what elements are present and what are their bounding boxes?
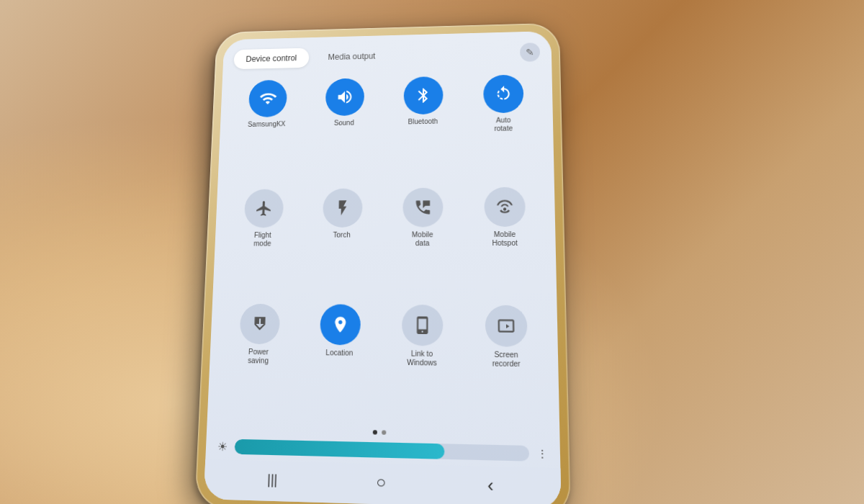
- tile-wifi[interactable]: SamsungKX: [228, 79, 303, 184]
- wifi-label: SamsungKX: [248, 120, 286, 129]
- bluetooth-label: Bluetooth: [408, 117, 438, 126]
- tile-power-saving[interactable]: Power saving: [219, 303, 297, 418]
- auto-rotate-icon: [483, 75, 523, 114]
- quick-settings-panel: Device control Media output ✎: [204, 31, 562, 504]
- qs-grid: SamsungKX Sound: [207, 68, 560, 429]
- brightness-more[interactable]: ⋮: [537, 447, 548, 460]
- edit-button[interactable]: ✎: [520, 42, 540, 62]
- hotspot-label: Mobile Hotspot: [492, 230, 518, 248]
- hotspot-icon: [484, 187, 526, 228]
- brightness-fill: [234, 439, 444, 459]
- flight-mode-icon: [243, 189, 284, 228]
- tile-link-windows[interactable]: Link to Windows: [382, 305, 461, 421]
- nav-recents[interactable]: |||: [267, 472, 278, 488]
- tile-hotspot[interactable]: Mobile Hotspot: [466, 187, 544, 300]
- flight-mode-label: Flight mode: [253, 231, 271, 248]
- location-icon: [320, 304, 361, 345]
- auto-rotate-label: Auto rotate: [494, 116, 513, 132]
- bluetooth-icon: [403, 76, 443, 114]
- dot-1: [373, 430, 377, 434]
- power-saving-icon: [239, 304, 280, 344]
- torch-label: Torch: [333, 231, 351, 240]
- mobile-data-icon: [402, 188, 443, 228]
- dot-2: [382, 430, 386, 434]
- tile-flight-mode[interactable]: Flight mode: [224, 189, 301, 298]
- tile-screen-recorder[interactable]: Screen recorder: [467, 305, 547, 423]
- tile-torch[interactable]: Torch: [303, 189, 379, 299]
- phone-outer: Device control Media output ✎: [194, 23, 571, 504]
- brightness-track[interactable]: [234, 439, 529, 462]
- wifi-icon: [248, 80, 287, 117]
- screen-recorder-label: Screen recorder: [492, 350, 520, 369]
- tile-auto-rotate[interactable]: Auto rotate: [466, 74, 543, 182]
- screen-recorder-icon: [485, 305, 527, 346]
- tab-media-output[interactable]: Media output: [315, 46, 388, 68]
- tab-device-control[interactable]: Device control: [233, 48, 309, 70]
- torch-icon: [322, 189, 362, 228]
- nav-back[interactable]: ‹: [487, 474, 494, 497]
- brightness-icon: ☀: [217, 439, 228, 454]
- sound-icon: [325, 78, 364, 116]
- phone-screen: Device control Media output ✎: [204, 31, 562, 504]
- tile-location[interactable]: Location: [300, 304, 378, 420]
- tile-sound[interactable]: Sound: [306, 78, 381, 184]
- power-saving-label: Power saving: [248, 348, 269, 366]
- mobile-data-label: Mobile data: [412, 231, 433, 248]
- nav-home[interactable]: ○: [376, 472, 386, 492]
- link-windows-label: Link to Windows: [407, 349, 437, 367]
- location-label: Location: [325, 348, 353, 358]
- tile-bluetooth[interactable]: Bluetooth: [385, 76, 460, 182]
- phone-wrapper: Device control Media output ✎: [194, 23, 571, 504]
- link-windows-icon: [401, 305, 442, 346]
- tile-mobile-data[interactable]: Mobile data: [384, 188, 460, 299]
- sound-label: Sound: [334, 119, 354, 127]
